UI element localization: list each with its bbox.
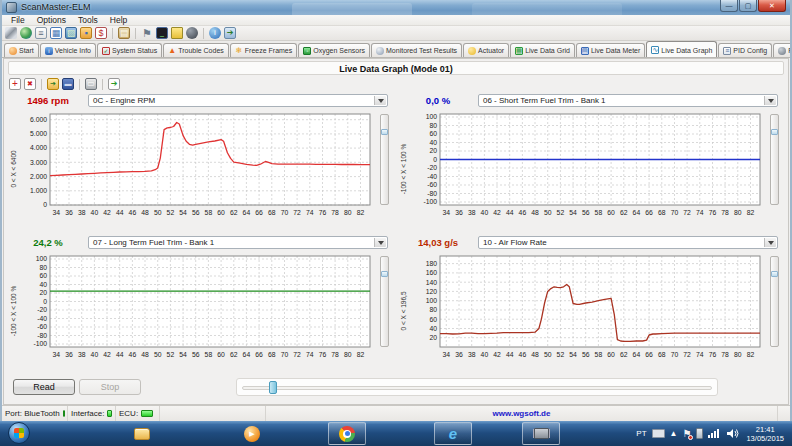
taskbar-app-scanmaster-chip[interactable] (522, 422, 560, 445)
tab-live-data-grid[interactable]: ▦Live Data Grid (510, 43, 575, 57)
app-window: ScanMaster-ELM — ▢ ✕ FileOptionsToolsHel… (0, 0, 792, 421)
tab-vehicle-info[interactable]: iVehicle Info (40, 43, 96, 57)
svg-text:62: 62 (620, 209, 628, 216)
maximize-button[interactable]: ▢ (739, 0, 757, 12)
svg-text:80: 80 (344, 209, 352, 216)
pid-selector-dropdown[interactable]: 06 - Short Term Fuel Trim - Bank 1 (478, 94, 778, 107)
battery-icon[interactable] (171, 27, 183, 39)
save-icon[interactable]: ▬ (62, 78, 74, 90)
pid-selector-value: 0C - Engine RPM (93, 96, 155, 105)
speaker-icon[interactable] (726, 428, 739, 439)
slider-thumb[interactable] (771, 129, 778, 135)
print-icon[interactable]: ▭ (85, 78, 97, 90)
network-icon[interactable] (708, 428, 721, 439)
vertical-scale-slider[interactable] (770, 256, 779, 347)
chevron-down-icon[interactable] (374, 96, 386, 105)
vertical-scale-slider[interactable] (380, 256, 389, 347)
exit-icon[interactable]: ➔ (224, 27, 236, 39)
device-icon[interactable] (696, 428, 703, 439)
menu-options[interactable]: Options (31, 15, 72, 26)
snapshot-icon[interactable]: ▨ (65, 27, 77, 39)
windows-flag-icon (14, 428, 24, 438)
pid-selector-value: 07 - Long Term Fuel Trim - Bank 1 (93, 238, 214, 247)
slider-thumb[interactable] (381, 271, 388, 277)
svg-text:56: 56 (192, 351, 200, 358)
menu-tools[interactable]: Tools (72, 15, 104, 26)
tab-start[interactable]: Start (4, 43, 39, 57)
svg-text:34: 34 (53, 351, 61, 358)
svg-text:40: 40 (481, 351, 489, 358)
open-icon[interactable]: ➔ (47, 78, 59, 90)
tab-system-status[interactable]: ✓System Status (97, 43, 162, 57)
menu-help[interactable]: Help (104, 15, 133, 26)
read-button[interactable]: Read (13, 379, 75, 395)
graph-remove-icon[interactable]: ✖ (24, 78, 36, 90)
close-button[interactable]: ✕ (758, 0, 786, 12)
slider-thumb[interactable] (771, 271, 778, 277)
internet-icon[interactable] (20, 27, 32, 39)
tab-oxygen-sensors[interactable]: ▫Oxygen Sensors (298, 43, 370, 57)
tab-trouble-codes[interactable]: ▲Trouble Codes (163, 43, 229, 57)
tab-actuator[interactable]: Actuator (463, 43, 509, 57)
report-icon[interactable]: ≡ (35, 27, 47, 39)
minimize-button[interactable]: — (720, 0, 738, 12)
slider-thumb[interactable] (381, 129, 388, 135)
svg-text:60: 60 (607, 351, 615, 358)
website-link[interactable]: www.wgsoft.de (493, 409, 551, 418)
tab-power[interactable]: Power (773, 43, 790, 57)
export-icon[interactable]: ➔ (108, 78, 120, 90)
currency-icon[interactable]: $ (95, 27, 107, 39)
flag-icon[interactable]: ⚑ (141, 27, 153, 39)
timeline-trackbar[interactable] (236, 378, 718, 396)
ecu-led-indicator (141, 410, 153, 417)
taskbar-app-explorer[interactable] (128, 422, 156, 445)
svg-text:20: 20 (429, 334, 437, 341)
taskbar-app-media-player[interactable]: ▶ (238, 422, 266, 445)
taskbar-app-internet-explorer[interactable]: e (434, 422, 472, 445)
taskbar-app-chrome[interactable] (328, 422, 366, 445)
connect-icon[interactable] (5, 27, 17, 39)
chevron-down-icon[interactable] (764, 238, 776, 247)
svg-text:36: 36 (455, 209, 463, 216)
svg-text:80: 80 (734, 351, 742, 358)
graph-add-icon[interactable]: + (9, 78, 21, 90)
tab-monitored-test-results[interactable]: Monitored Test Results (371, 43, 462, 57)
svg-text:78: 78 (721, 351, 729, 358)
pid-selector-dropdown[interactable]: 07 - Long Term Fuel Trim - Bank 1 (88, 236, 388, 249)
svg-text:46: 46 (129, 351, 137, 358)
page-title: Live Data Graph (Mode 01) (8, 61, 784, 75)
clipboard-icon[interactable]: ▤ (118, 27, 130, 39)
pid-selector-dropdown[interactable]: 10 - Air Flow Rate (478, 236, 778, 249)
svg-text:40: 40 (91, 351, 99, 358)
svg-text:68: 68 (658, 209, 666, 216)
info-icon[interactable]: i (209, 27, 221, 39)
menu-file[interactable]: File (5, 15, 31, 26)
svg-text:34: 34 (53, 209, 61, 216)
vertical-scale-slider[interactable] (380, 114, 389, 205)
tab-freeze-frames[interactable]: ❄Freeze Frames (230, 43, 297, 57)
action-center-flag-icon[interactable]: ⚑ (682, 429, 691, 439)
data-table-icon[interactable]: ▦ (50, 27, 62, 39)
tab-pid-config[interactable]: ≡PID Config (718, 43, 772, 57)
chevron-down-icon[interactable] (764, 96, 776, 105)
trackbar-thumb[interactable] (269, 381, 277, 394)
terminal-icon[interactable]: _ (156, 27, 168, 39)
tab-live-data-graph[interactable]: ∿Live Data Graph (646, 41, 717, 58)
svg-text:60: 60 (429, 130, 437, 137)
keyboard-icon[interactable] (652, 429, 665, 438)
language-indicator[interactable]: PT (636, 429, 646, 438)
tab-live-data-meter[interactable]: ▤Live Data Meter (576, 43, 645, 57)
tray-date: 13/05/2015 (746, 434, 784, 443)
power-ball-icon[interactable] (186, 27, 198, 39)
alert-badge (688, 435, 693, 440)
pid-selector-dropdown[interactable]: 0C - Engine RPM (88, 94, 388, 107)
clock[interactable]: 21:41 13/05/2015 (744, 425, 790, 443)
vertical-scale-slider[interactable] (770, 114, 779, 205)
svg-text:42: 42 (103, 351, 111, 358)
show-hidden-icons-icon[interactable]: ▲ (670, 429, 678, 438)
pid-config-icon: ≡ (723, 47, 731, 55)
start-button[interactable] (8, 422, 30, 444)
folder-chart-icon[interactable]: ▪ (80, 27, 92, 39)
chevron-down-icon[interactable] (374, 238, 386, 247)
stop-button[interactable]: Stop (79, 379, 141, 395)
